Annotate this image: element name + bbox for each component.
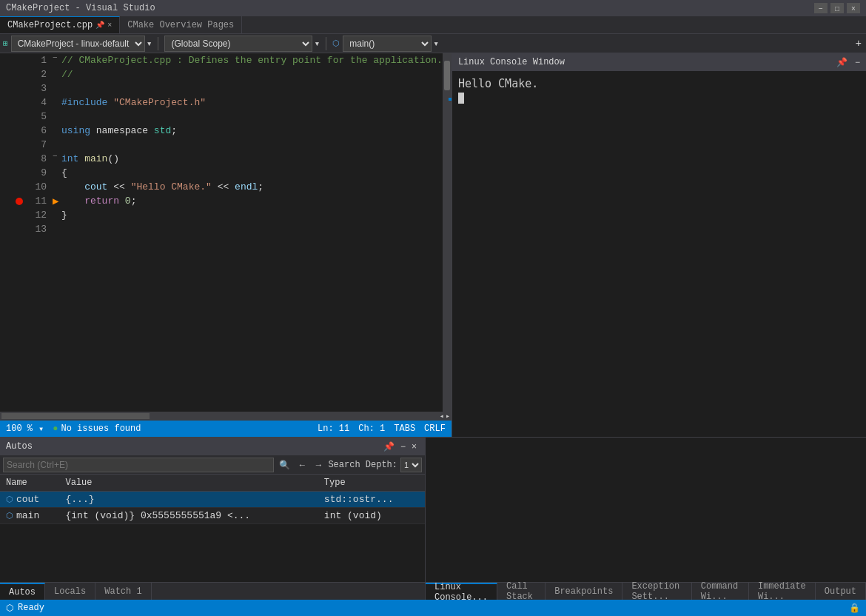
add-toolbar-button[interactable]: + (851, 37, 866, 49)
tab-call-stack[interactable]: Call Stack (497, 583, 546, 600)
bp-margin-12 (12, 208, 27, 222)
main-toolbar: ⊞ CMakeProject - linux-default ▾ (Global… (0, 34, 866, 53)
tab-immediate-window[interactable]: Immediate Wi... (749, 583, 816, 600)
tab-linux-console[interactable]: Linux Console... (426, 583, 497, 600)
bp-margin-3 (12, 81, 27, 96)
project-section: ⊞ CMakeProject - linux-default ▾ (0, 36, 155, 52)
autos-minimize-button[interactable]: − (398, 441, 408, 452)
line-num-4: 4 (27, 96, 53, 110)
status-zoom-dropdown[interactable]: ▾ (38, 424, 44, 435)
table-row[interactable]: ⬡cout {...} std::ostr... (0, 491, 425, 507)
bp-margin-7 (12, 138, 27, 152)
tab-output[interactable]: Output (816, 583, 866, 600)
code-line-2: 2 // (12, 67, 443, 81)
code-line-4: 4 #include "CMakeProject.h" (12, 96, 443, 110)
autos-pin-button[interactable]: 📌 (381, 441, 397, 452)
close-button[interactable]: × (847, 3, 860, 13)
function-dropdown-arrow: ▾ (433, 38, 439, 50)
code-text-2: // (61, 67, 443, 81)
line-num-10: 10 (27, 180, 53, 194)
code-line-8: 8 − int main() (12, 152, 443, 166)
tab-cmake-overview[interactable]: CMake Overview Pages (120, 16, 242, 33)
code-content[interactable]: 1 − // CMakeProject.cpp : Defines the en… (12, 53, 443, 412)
tab-command-window[interactable]: Command Wi... (692, 583, 749, 600)
bp-margin-1 (12, 53, 27, 67)
scroll-left-arrow[interactable]: ◂ (440, 412, 444, 421)
status-ln: Ln: 11 (318, 424, 349, 434)
bp-margin-2 (12, 67, 27, 81)
minimize-button[interactable]: − (814, 3, 828, 13)
tab-cmake-cpp[interactable]: CMakeProject.cpp 📌 × (0, 16, 120, 33)
toolbar-right: + (851, 37, 866, 50)
var-value-cout: {...} (60, 491, 318, 507)
tab-icon-pin: 📌 (95, 21, 104, 30)
autos-close-button[interactable]: × (409, 441, 419, 452)
line-num-12: 12 (27, 208, 53, 222)
line-num-6: 6 (27, 124, 53, 138)
maximize-button[interactable]: □ (830, 3, 844, 13)
v-scroll-thumb[interactable] (444, 61, 450, 90)
console-cursor (458, 93, 464, 104)
console-title-bar: Linux Console Window 📌 − × (452, 53, 866, 71)
autos-search-icon-button[interactable]: 🔍 (277, 460, 292, 470)
app-title: CMakeProject - Visual Studio (6, 3, 155, 13)
var-icon-cout: ⬡ (6, 495, 13, 504)
console-pin-button[interactable]: 📌 (834, 57, 850, 67)
fold-9 (53, 166, 61, 180)
scope-section: (Global Scope) ▾ (161, 36, 323, 52)
scroll-right-arrow[interactable]: ▸ (446, 412, 450, 421)
line-num-7: 7 (27, 138, 53, 152)
code-editor[interactable]: 1 − // CMakeProject.cpp : Defines the en… (0, 53, 452, 421)
bp-margin-13 (12, 222, 27, 236)
code-text-4: #include "CMakeProject.h" (61, 96, 443, 110)
code-text-7 (61, 138, 443, 152)
tab-autos[interactable]: Autos (0, 583, 45, 600)
code-text-3 (61, 81, 443, 96)
fold-8[interactable]: − (53, 152, 61, 166)
scope-dropdown[interactable]: (Global Scope) (164, 36, 312, 52)
tab-close-cmake-cpp[interactable]: × (107, 21, 112, 30)
editor-vertical-scrollbar[interactable] (443, 53, 452, 412)
bp-margin-10 (12, 180, 27, 194)
code-text-5 (61, 110, 443, 124)
status-zoom: 100 % (6, 424, 33, 434)
autos-toolbar: 🔍 ← → Search Depth: 123 (0, 455, 425, 475)
editor-inner: 1 − // CMakeProject.cpp : Defines the en… (0, 53, 452, 412)
main-content-area: 1 − // CMakeProject.cpp : Defines the en… (0, 53, 866, 437)
tab-locals[interactable]: Locals (45, 583, 95, 600)
line-num-5: 5 (27, 110, 53, 124)
status-ready-text: Ready (18, 603, 44, 613)
h-scroll-track (1, 413, 150, 419)
tab-breakpoints[interactable]: Breakpoints (546, 583, 622, 600)
tab-exception-settings[interactable]: Exception Sett... (622, 583, 691, 600)
editor-horizontal-scrollbar[interactable]: ◂ ▸ (0, 412, 452, 421)
title-bar: CMakeProject - Visual Studio − □ × (0, 0, 866, 16)
console-minimize-button[interactable]: − (853, 57, 862, 67)
console-bottom-tabs: Linux Console... Call Stack Breakpoints … (426, 582, 866, 600)
fold-4 (53, 96, 61, 110)
project-dropdown-arrow: ▾ (147, 38, 152, 50)
var-value-main: {int (void)} 0x5555555551a9 <... (60, 507, 318, 523)
fold-1[interactable]: − (53, 53, 61, 67)
console-panel: Linux Console Window 📌 − × Hello CMake. (452, 53, 866, 437)
project-dropdown[interactable]: CMakeProject - linux-default (11, 36, 145, 52)
code-text-13 (61, 222, 443, 236)
status-right: Ln: 11 Ch: 1 TABS CRLF (318, 424, 446, 434)
code-text-6: using namespace std; (61, 124, 443, 138)
table-row[interactable]: ⬡main {int (void)} 0x5555555551a9 <... i… (0, 507, 425, 523)
tab-watch-1[interactable]: Watch 1 (95, 583, 151, 600)
console-bottom-content (426, 438, 866, 582)
autos-forward-button[interactable]: → (312, 460, 325, 470)
bp-margin-11 (12, 194, 27, 208)
status-crlf: CRLF (424, 424, 446, 434)
fold-7 (53, 138, 61, 152)
line-numbers (0, 53, 12, 412)
tab-label-cmake-overview: CMake Overview Pages (127, 20, 234, 30)
app-status-bar: ⬡ Ready 🔒 (0, 600, 866, 616)
project-icon: ⊞ (3, 38, 8, 48)
breakpoint-dot-11[interactable] (16, 198, 23, 205)
function-dropdown[interactable]: main() (343, 36, 432, 52)
search-depth-dropdown[interactable]: 123 (400, 458, 422, 472)
autos-search-input[interactable] (3, 458, 274, 472)
autos-back-button[interactable]: ← (295, 460, 309, 470)
